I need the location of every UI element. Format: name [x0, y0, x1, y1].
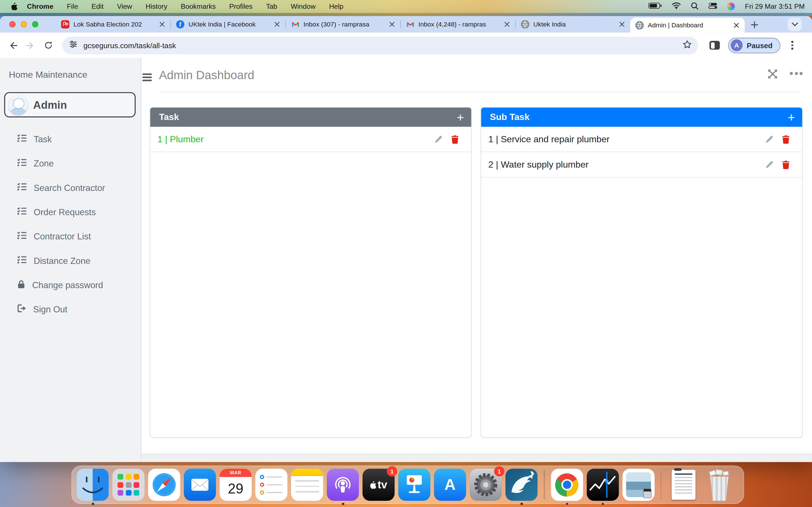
sidebar-item-sign-out[interactable]: Sign Out	[0, 297, 141, 322]
sidebar-item-contractor-list[interactable]: Contractor List	[0, 224, 141, 249]
facebook-favicon: f	[176, 20, 184, 29]
menu-bookmarks[interactable]: Bookmarks	[181, 3, 216, 10]
menu-history[interactable]: History	[146, 3, 167, 10]
dock-keynote-icon[interactable]	[398, 469, 430, 501]
fullscreen-expand-icon[interactable]	[767, 69, 778, 81]
wifi-icon[interactable]	[672, 2, 681, 11]
tab-close-icon[interactable]	[273, 20, 281, 29]
edit-subtask-icon[interactable]	[765, 135, 774, 144]
edit-subtask-icon[interactable]	[765, 160, 774, 169]
tab-lok-sabha[interactable]: Lok Sabha Election 202	[56, 16, 170, 33]
window-controls	[9, 21, 38, 27]
add-task-button[interactable]: +	[457, 112, 464, 122]
battery-icon[interactable]	[649, 3, 662, 10]
tab-uktek[interactable]: Uktek India	[516, 16, 630, 33]
delete-task-icon[interactable]	[451, 135, 459, 144]
sidebar-toggle-icon[interactable]	[142, 73, 152, 81]
apple-menu-icon[interactable]	[11, 3, 18, 10]
tab-gmail-307[interactable]: Inbox (307) - ramprasa	[286, 16, 400, 33]
dock-launchpad-icon[interactable]	[112, 469, 145, 501]
profile-chip[interactable]: A Paused	[728, 38, 780, 53]
back-button[interactable]	[4, 36, 22, 54]
tab-gmail-4248[interactable]: Inbox (4,248) - rampras	[401, 16, 515, 33]
subtask-panel: Sub Task + 1 | Service and repair plumbe…	[480, 107, 802, 438]
tab-close-icon[interactable]	[503, 20, 511, 29]
more-options-icon[interactable]	[790, 72, 803, 75]
globe-favicon	[521, 20, 529, 29]
menubar-clock[interactable]: Fri 29 Mar 3:51 PM	[745, 3, 805, 10]
dock-preview-icon[interactable]	[622, 469, 654, 501]
tab-close-icon[interactable]	[388, 20, 396, 29]
checklist-icon	[17, 134, 27, 145]
edit-task-icon[interactable]	[434, 135, 443, 144]
reload-button[interactable]	[40, 36, 57, 54]
dock-settings-icon[interactable]: 1	[470, 469, 502, 501]
tab-close-icon[interactable]	[618, 20, 626, 29]
chrome-menu-icon[interactable]	[788, 41, 797, 50]
delete-subtask-icon[interactable]	[782, 160, 790, 169]
siri-icon[interactable]	[727, 3, 735, 10]
dock-safari-icon[interactable]	[148, 469, 180, 501]
admin-name: Admin	[33, 99, 67, 111]
appletv-label: tv	[377, 478, 387, 491]
header-divider	[159, 92, 800, 92]
dock-finder-icon[interactable]	[77, 469, 109, 501]
tab-admin-dashboard-active[interactable]: Admin | Dashboard	[630, 17, 745, 33]
close-window-button[interactable]	[9, 21, 15, 27]
delete-subtask-icon[interactable]	[782, 135, 790, 144]
dock-reminders-icon[interactable]	[255, 469, 288, 501]
menu-file[interactable]: File	[67, 3, 78, 10]
new-tab-button[interactable]	[750, 20, 759, 29]
dock-podcasts-icon[interactable]	[327, 469, 359, 501]
dock-stocks-icon[interactable]	[587, 469, 619, 501]
sidebar-item-order-requests[interactable]: Order Requests	[0, 200, 141, 224]
menu-help[interactable]: Help	[329, 3, 343, 10]
dock-trash-icon[interactable]	[703, 469, 735, 501]
dock-appstore-icon[interactable]: A	[434, 469, 466, 501]
dock-mail-icon[interactable]	[184, 469, 216, 501]
add-subtask-button[interactable]: +	[788, 112, 795, 122]
url-text[interactable]: gcsegurus.com/task/all-task	[84, 41, 682, 49]
tab-facebook[interactable]: f UKtek India | Facebook	[171, 16, 285, 33]
sidebar-item-label: Search Contractor	[34, 183, 105, 193]
sidebar-item-distance-zone[interactable]: Distance Zone	[0, 249, 141, 273]
sidebar-item-zone[interactable]: Zone	[0, 152, 141, 176]
tab-title: Inbox (307) - ramprasa	[303, 20, 388, 28]
app-brand: Home Maintenance	[9, 69, 87, 80]
minimize-window-button[interactable]	[20, 21, 27, 27]
dock-notes-icon[interactable]	[291, 469, 323, 501]
menu-edit[interactable]: Edit	[92, 3, 104, 10]
tab-close-icon[interactable]	[732, 21, 741, 29]
tab-title: Inbox (4,248) - rampras	[418, 20, 503, 28]
sidebar-item-change-password[interactable]: Change password	[0, 273, 141, 297]
tab-title: Uktek India	[534, 20, 618, 28]
sidebar-item-search-contractor[interactable]: Search Contractor	[0, 176, 141, 200]
checklist-icon	[17, 231, 27, 242]
menu-window[interactable]: Window	[291, 3, 315, 10]
menu-view[interactable]: View	[117, 3, 132, 10]
tab-search-chevron-button[interactable]	[788, 17, 802, 31]
sidebar-item-task[interactable]: Task	[0, 127, 141, 152]
dock-mysql-workbench-icon[interactable]	[506, 469, 538, 501]
dock-document-icon[interactable]	[668, 469, 700, 501]
task-row-text: 1 | Plumber	[157, 134, 434, 145]
spotlight-search-icon[interactable]	[691, 2, 699, 11]
side-panel-icon[interactable]	[709, 41, 720, 50]
control-center-icon[interactable]	[709, 3, 717, 10]
sidebar-item-label: Contractor List	[34, 231, 91, 242]
subtask-row-text: 1 | Service and repair plumber	[488, 134, 765, 145]
dock-calendar-icon[interactable]: MAR 29	[220, 469, 252, 501]
menu-profiles[interactable]: Profiles	[229, 3, 253, 10]
dock-appletv-icon[interactable]: tv 1	[363, 469, 395, 501]
address-bar[interactable]: gcsegurus.com/task/all-task	[62, 36, 698, 54]
bookmark-star-icon[interactable]	[682, 40, 692, 51]
zoom-window-button[interactable]	[32, 21, 38, 27]
menubar-app-name[interactable]: Chrome	[27, 3, 54, 10]
forward-button[interactable]	[22, 36, 39, 54]
tab-close-icon[interactable]	[158, 20, 166, 29]
menu-tab[interactable]: Tab	[266, 3, 277, 10]
admin-profile-card[interactable]: Admin	[4, 92, 136, 117]
site-settings-icon[interactable]	[69, 40, 77, 50]
dock-chrome-icon[interactable]	[551, 469, 583, 501]
main-content: Admin Dashboard Task + 1 | Plumber	[141, 58, 812, 462]
